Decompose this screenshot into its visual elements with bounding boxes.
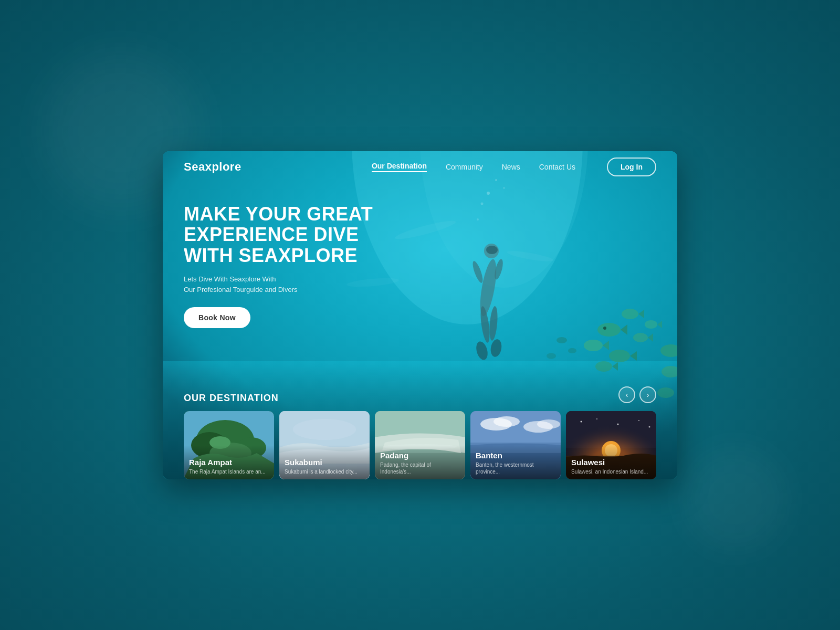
svg-point-31	[645, 320, 657, 329]
svg-point-23	[622, 309, 638, 319]
hero-content: MAKE YOUR GREAT EXPERIENCE DIVE WITH SEA…	[184, 204, 383, 329]
svg-point-21	[584, 340, 603, 351]
dest-desc-sulawesi: Sulawesi, an Indonesian Island...	[571, 468, 651, 475]
carousel-next-button[interactable]: ›	[639, 386, 656, 403]
dest-desc-raja-ampat: The Raja Ampat Islands are an...	[189, 468, 269, 475]
destination-card-padang[interactable]: Padang Padang, the capital of Indonesia'…	[375, 411, 465, 479]
dest-name-padang: Padang	[380, 451, 460, 460]
navbar: Seaxplore Our Destination Community News…	[163, 151, 677, 183]
svg-point-8	[477, 218, 479, 220]
nav-contact-us[interactable]: Contact Us	[539, 163, 575, 171]
dest-name-sukabumi: Sukabumi	[285, 458, 364, 467]
dest-name-raja-ampat: Raja Ampat	[189, 458, 269, 467]
dest-desc-padang: Padang, the capital of Indonesia's...	[380, 461, 460, 475]
nav-our-destination[interactable]: Our Destination	[372, 162, 427, 172]
svg-point-18	[597, 323, 621, 337]
svg-point-20	[603, 327, 606, 330]
svg-point-4	[487, 192, 490, 195]
destination-card-banten[interactable]: Banten Banten, the westernmost province.…	[470, 411, 561, 479]
carousel-arrows: ‹ ›	[618, 386, 656, 403]
book-now-button[interactable]: Book Now	[184, 307, 250, 328]
browser-window: Seaxplore Our Destination Community News…	[163, 151, 677, 479]
svg-point-27	[633, 333, 648, 342]
destination-grid: Raja Ampat The Raja Ampat Islands are an…	[184, 411, 656, 479]
dest-name-sulawesi: Sulawesi	[571, 458, 651, 467]
carousel-prev-button[interactable]: ‹	[618, 386, 635, 403]
login-button[interactable]: Log In	[607, 158, 656, 176]
svg-point-7	[503, 187, 505, 188]
svg-point-36	[556, 337, 567, 343]
section-title: OUR DESTINATION	[184, 393, 656, 404]
dest-desc-banten: Banten, the westernmost province...	[476, 461, 555, 475]
dest-name-banten: Banten	[476, 451, 555, 460]
svg-point-37	[568, 348, 576, 353]
svg-point-11	[486, 246, 498, 254]
svg-point-38	[547, 353, 556, 359]
destination-section: OUR DESTINATION	[163, 384, 677, 479]
svg-point-6	[481, 202, 484, 205]
brand-logo: Seaxplore	[184, 160, 242, 174]
destination-card-raja-ampat[interactable]: Raja Ampat The Raja Ampat Islands are an…	[184, 411, 274, 479]
destination-card-sulawesi[interactable]: Sulawesi Sulawesi, an Indonesian Island.…	[566, 411, 656, 479]
svg-point-25	[609, 350, 630, 362]
nav-community[interactable]: Community	[446, 163, 483, 171]
dest-desc-sukabumi: Sukabumi is a landlocked city...	[285, 468, 364, 475]
hero-title: MAKE YOUR GREAT EXPERIENCE DIVE WITH SEA…	[184, 204, 383, 266]
nav-news[interactable]: News	[502, 163, 520, 171]
nav-links: Our Destination Community News Contact U…	[372, 162, 575, 172]
hero-subtitle: Lets Dive With Seaxplore With Our Profes…	[184, 274, 383, 295]
destination-card-sukabumi[interactable]: Sukabumi Sukabumi is a landlocked city..…	[279, 411, 370, 479]
